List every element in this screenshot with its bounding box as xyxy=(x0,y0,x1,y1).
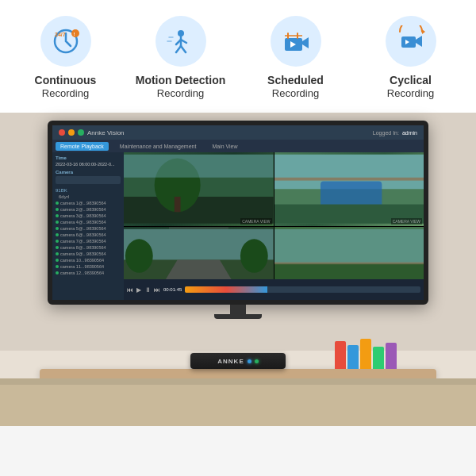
tab-maintenance[interactable]: Maintenance and Management xyxy=(115,142,202,151)
close-btn[interactable] xyxy=(59,129,65,136)
svg-rect-30 xyxy=(274,178,424,181)
camera-8[interactable]: camera 8@...98390564 xyxy=(56,244,121,251)
svg-line-8 xyxy=(176,46,181,52)
nvr-led-1 xyxy=(248,359,251,363)
camera-1[interactable]: camera 1@...98390564 xyxy=(56,200,121,206)
svg-rect-26 xyxy=(124,155,274,178)
forward-button[interactable]: ⏭ xyxy=(154,286,160,294)
nvr-led-2 xyxy=(255,359,259,363)
svg-point-2 xyxy=(71,29,79,37)
continuous-icon-circle: 24/7 ! xyxy=(40,16,91,67)
tv: Annke Vision Logged In: admin Remote Pla… xyxy=(48,121,428,305)
svg-rect-40 xyxy=(274,262,424,264)
camera-5[interactable]: camera 5@...98390564 xyxy=(56,225,121,232)
cycle-camera-icon xyxy=(395,25,427,57)
camera-6[interactable]: camera 6@...98390564 xyxy=(56,232,121,238)
pause-button[interactable]: ⏸ xyxy=(144,286,151,294)
rewind-button[interactable]: ⏮ xyxy=(127,286,133,294)
book-3 xyxy=(360,339,371,369)
camera-4[interactable]: camera 4@...98390564 xyxy=(56,219,121,225)
camera-9[interactable]: camera 9@...98390564 xyxy=(56,251,121,257)
cam-feed-2: CAMERA VIEW xyxy=(274,152,424,226)
svg-rect-38 xyxy=(274,228,424,263)
nvr-software-ui: Annke Vision Logged In: admin Remote Pla… xyxy=(52,125,424,300)
book-5 xyxy=(386,343,397,369)
nvr-sidebar: Time 2022-03-16 06:00:00-2022-0... Camer… xyxy=(52,152,124,300)
cam1-scene xyxy=(124,152,274,226)
book-2 xyxy=(347,345,359,369)
camera-10[interactable]: camera 10...98390564 xyxy=(56,257,121,263)
feature-continuous: 24/7 ! Continuous Recording xyxy=(14,16,117,101)
scheduled-icon-circle xyxy=(271,16,321,67)
tv-container: Annke Vision Logged In: admin Remote Pla… xyxy=(48,121,428,319)
scene-section: Annke Vision Logged In: admin Remote Pla… xyxy=(0,113,476,426)
nvr-title: Annke Vision xyxy=(87,129,370,136)
subgroup-label: 6dyrl xyxy=(59,194,69,199)
camera-search[interactable] xyxy=(56,176,121,184)
playback-time: 00:01:45 xyxy=(163,287,182,292)
clock-24-7-icon: 24/7 ! xyxy=(50,25,82,57)
feature-scheduled: Scheduled Recording xyxy=(244,16,347,101)
book-1 xyxy=(335,341,346,369)
continuous-label: Continuous Recording xyxy=(35,73,97,101)
cam2-scene xyxy=(274,152,424,226)
motion-icon-circle xyxy=(155,16,206,67)
tab-main-view[interactable]: Main View xyxy=(207,142,242,151)
tv-stand-base xyxy=(214,314,262,319)
floor xyxy=(0,378,476,426)
svg-rect-25 xyxy=(175,197,181,212)
nvr-tab-bar: Remote Playback Maintenance and Manageme… xyxy=(52,140,424,152)
camera-11[interactable]: camera 11...98390564 xyxy=(56,263,121,270)
minimize-btn[interactable] xyxy=(68,129,75,136)
calendar-camera-icon xyxy=(280,25,312,57)
cam-feed-1: CAMERA VIEW xyxy=(124,152,274,226)
cam1-label: CAMERA VIEW xyxy=(240,218,271,225)
logged-in-user: admin xyxy=(402,130,417,136)
features-section: 24/7 ! Continuous Recording xyxy=(0,0,476,113)
camera-7[interactable]: camera 7@...98390564 xyxy=(56,238,121,244)
group-label: 91BK xyxy=(56,188,67,193)
person-motion-icon xyxy=(165,25,197,57)
svg-point-36 xyxy=(240,239,268,273)
svg-point-35 xyxy=(125,239,153,273)
scheduled-label: Scheduled Recording xyxy=(267,73,324,101)
time-label: Time xyxy=(56,155,121,160)
play-button[interactable]: ▶ xyxy=(136,286,141,294)
feature-cyclical: Cyclical Recording xyxy=(359,16,463,101)
cyclical-label: Cyclical Recording xyxy=(387,73,434,101)
camera-label: Camera xyxy=(56,170,121,175)
nvr-body: Time 2022-03-16 06:00:00-2022-0... Camer… xyxy=(52,152,424,300)
floor-shadow xyxy=(0,378,476,385)
svg-marker-19 xyxy=(416,36,422,47)
nvr-playback-bar: ⏮ ▶ ⏸ ⏭ 00:01:45 xyxy=(124,279,424,300)
svg-marker-13 xyxy=(302,37,309,48)
feature-motion: Motion Detection Recording xyxy=(129,16,232,101)
timeline-bar[interactable] xyxy=(185,286,420,293)
nvr-device: ANNKE xyxy=(190,353,286,369)
nvr-device-logo: ANNKE xyxy=(217,358,244,365)
camera-2[interactable]: camera 2@...98390564 xyxy=(56,206,121,213)
group-item: 91BK xyxy=(56,187,121,194)
svg-text:!: ! xyxy=(73,32,75,36)
subgroup-item: 6dyrl xyxy=(56,194,121,200)
tab-remote-playback[interactable]: Remote Playback xyxy=(56,142,109,151)
camera-12[interactable]: camera 12...98390564 xyxy=(56,270,121,276)
timeline-fill xyxy=(185,286,267,293)
svg-marker-21 xyxy=(422,29,425,34)
logged-in-label: Logged In: xyxy=(373,130,399,136)
cyclical-icon-circle xyxy=(386,16,436,67)
date-range: 2022-03-16 06:00:00-2022-0... xyxy=(56,162,121,167)
shelf xyxy=(40,369,436,378)
camera-3[interactable]: camera 3@...98390564 xyxy=(56,213,121,219)
nvr-titlebar: Annke Vision Logged In: admin xyxy=(52,125,424,140)
books xyxy=(335,339,397,369)
motion-label: Motion Detection Recording xyxy=(136,73,226,101)
svg-line-9 xyxy=(181,46,186,52)
maximize-btn[interactable] xyxy=(78,129,84,136)
svg-text:24/7: 24/7 xyxy=(55,32,66,37)
camera-grid: CAMERA VIEW xyxy=(124,152,424,300)
tv-stand-neck xyxy=(230,305,246,314)
cam2-label: CAMERA VIEW xyxy=(391,218,422,225)
book-4 xyxy=(373,347,384,369)
